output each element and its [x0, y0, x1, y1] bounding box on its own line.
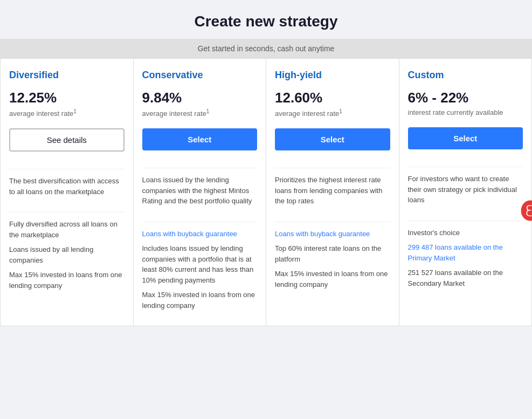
- conservative-feature-2: Max 15% invested in loans from one lendi…: [142, 290, 258, 311]
- card-conservative: Conservative9.84%average interest rate1S…: [134, 59, 267, 326]
- custom-feature-1: 299 487 loans available on the Primary M…: [408, 242, 523, 263]
- conservative-rate: 9.84%: [142, 90, 258, 106]
- conservative-title: Conservative: [142, 70, 258, 81]
- card-high-yield: High-yield12.60%average interest rate1Se…: [266, 59, 399, 326]
- subtitle-bar: Get started in seconds, cash out anytime: [0, 39, 532, 58]
- diversified-feature-2: Max 15% invested in loans from one lendi…: [9, 270, 125, 291]
- conservative-rate-label: average interest rate1: [142, 108, 258, 118]
- high-yield-rate: 12.60%: [275, 90, 390, 106]
- high-yield-title: High-yield: [275, 70, 390, 81]
- conservative-description: Loans issued by the lending companies wi…: [142, 175, 258, 207]
- conservative-select-button[interactable]: Select: [142, 128, 258, 150]
- diversified-feature-0: Fully diversified across all loans on th…: [9, 219, 125, 240]
- conservative-feature-0: Loans with buyback guarantee: [142, 229, 258, 239]
- custom-select-button[interactable]: Select: [408, 127, 523, 149]
- diversified-feature-1: Loans issued by all lending companies: [9, 244, 125, 265]
- diversified-title: Diversified: [9, 70, 125, 81]
- custom-title: Custom: [408, 70, 523, 81]
- custom-rate: 6% - 22%: [408, 90, 523, 106]
- page-title: Create new strategy: [194, 0, 337, 39]
- high-yield-feature-1: Top 60% interest rate loans on the platf…: [275, 243, 390, 264]
- custom-rate-label: interest rate currently available: [408, 108, 523, 116]
- custom-feature-0: Investor's choice: [408, 228, 523, 238]
- high-yield-rate-label: average interest rate1: [275, 108, 390, 118]
- card-custom: Custom6% - 22%interest rate currently av…: [399, 59, 532, 326]
- high-yield-select-button[interactable]: Select: [275, 128, 390, 150]
- high-yield-feature-2: Max 15% invested in loans from one lendi…: [275, 269, 390, 290]
- custom-feature-2: 251 527 loans available on the Secondary…: [408, 267, 523, 289]
- diversified-rate: 12.25%: [9, 90, 125, 106]
- conservative-feature-1: Includes loans issued by lending compani…: [142, 243, 258, 285]
- card-diversified: Diversified12.25%average interest rate1S…: [1, 59, 134, 326]
- custom-description: For investors who want to create their o…: [408, 174, 523, 205]
- diversified-description: The best diversification with access to …: [9, 176, 125, 197]
- diversified-rate-label: average interest rate1: [9, 108, 125, 118]
- high-yield-feature-0: Loans with buyback guarantee: [275, 229, 390, 239]
- diversified-see-details-button[interactable]: See details: [9, 128, 125, 152]
- cards-container: Diversified12.25%average interest rate1S…: [0, 58, 532, 326]
- high-yield-description: Prioritizes the highest interest rate lo…: [275, 175, 390, 207]
